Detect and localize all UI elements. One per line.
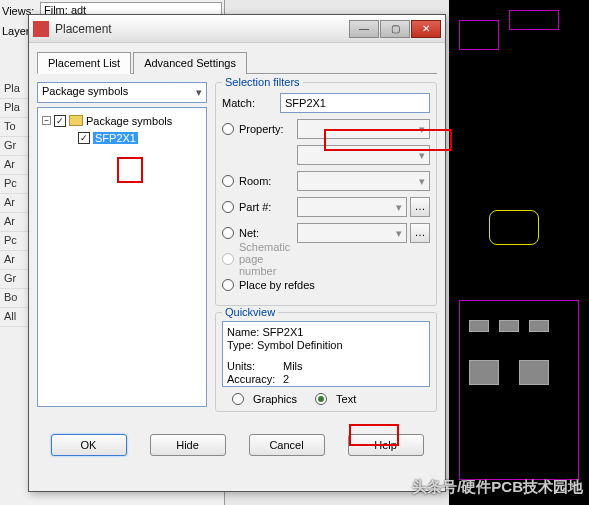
part-combo[interactable] [297, 197, 407, 217]
room-radio[interactable] [222, 175, 234, 187]
graphics-radio[interactable] [232, 393, 244, 405]
symbol-tree[interactable]: − ✓ Package symbols ✓ SFP2X1 [37, 107, 207, 407]
side-list: Pla Pla To Gr Ar Pc Ar Ar Pc Ar Gr Bo Al… [0, 80, 28, 327]
net-radio[interactable] [222, 227, 234, 239]
side-item[interactable]: All [0, 308, 28, 327]
watermark: 头条号/硬件PCB技术园地 [412, 478, 583, 497]
net-more-button[interactable]: … [410, 223, 430, 243]
side-item[interactable]: To [0, 118, 28, 137]
match-label: Match: [222, 97, 280, 109]
help-button[interactable]: Help [348, 434, 424, 456]
part-radio[interactable] [222, 201, 234, 213]
side-item[interactable]: Pla [0, 80, 28, 99]
side-item[interactable]: Gr [0, 270, 28, 289]
maximize-button[interactable]: ▢ [380, 20, 410, 38]
filters-title: Selection filters [222, 76, 303, 88]
close-button[interactable]: ✕ [411, 20, 441, 38]
side-item[interactable]: Ar [0, 194, 28, 213]
tree-root-label: Package symbols [86, 115, 172, 127]
property-combo[interactable] [297, 119, 430, 139]
side-item[interactable]: Gr [0, 137, 28, 156]
tab-bar: Placement List Advanced Settings [37, 51, 437, 74]
tree-child[interactable]: ✓ SFP2X1 [42, 129, 202, 146]
button-row: OK Hide Cancel Help [29, 426, 445, 464]
tab-advanced-settings[interactable]: Advanced Settings [133, 52, 247, 74]
refdes-label: Place by refdes [239, 279, 315, 291]
tree-checkbox[interactable]: ✓ [54, 115, 66, 127]
schematic-radio [222, 253, 234, 265]
room-label: Room: [239, 175, 297, 187]
quickview-title: Quickview [222, 306, 278, 318]
part-label: Part #: [239, 201, 297, 213]
side-item[interactable]: Ar [0, 213, 28, 232]
placement-dialog: Placement — ▢ ✕ Placement List Advanced … [28, 14, 446, 492]
match-input[interactable] [280, 93, 430, 113]
text-label: Text [336, 393, 356, 405]
side-item[interactable]: Ar [0, 251, 28, 270]
cancel-button[interactable]: Cancel [249, 434, 325, 456]
side-item[interactable]: Pc [0, 232, 28, 251]
tree-child-label: SFP2X1 [93, 132, 138, 144]
schematic-label: Schematic page number [239, 241, 297, 277]
property-value-combo[interactable] [297, 145, 430, 165]
room-combo[interactable] [297, 171, 430, 191]
side-item[interactable]: Pla [0, 99, 28, 118]
quickview-text: Name: SFP2X1 Type: Symbol Definition Uni… [222, 321, 430, 387]
pcb-canvas[interactable] [449, 0, 589, 505]
collapse-icon[interactable]: − [42, 116, 51, 125]
text-radio[interactable] [315, 393, 327, 405]
property-label: Property: [239, 123, 297, 135]
tree-checkbox[interactable]: ✓ [78, 132, 90, 144]
property-radio[interactable] [222, 123, 234, 135]
app-icon [33, 21, 49, 37]
quickview-group: Quickview Name: SFP2X1 Type: Symbol Defi… [215, 312, 437, 412]
tab-placement-list[interactable]: Placement List [37, 52, 131, 74]
hide-button[interactable]: Hide [150, 434, 226, 456]
folder-icon [69, 115, 83, 126]
part-more-button[interactable]: … [410, 197, 430, 217]
side-item[interactable]: Ar [0, 156, 28, 175]
selection-filters-group: Selection filters Match: Property: Room: [215, 82, 437, 306]
side-item[interactable]: Pc [0, 175, 28, 194]
side-item[interactable]: Bo [0, 289, 28, 308]
ok-button[interactable]: OK [51, 434, 127, 456]
net-label: Net: [239, 227, 297, 239]
graphics-label: Graphics [253, 393, 297, 405]
minimize-button[interactable]: — [349, 20, 379, 38]
net-combo[interactable] [297, 223, 407, 243]
dialog-title: Placement [55, 22, 348, 36]
titlebar[interactable]: Placement — ▢ ✕ [29, 15, 445, 43]
tree-root[interactable]: − ✓ Package symbols [42, 112, 202, 129]
symbol-type-combo[interactable]: Package symbols [37, 82, 207, 103]
refdes-radio[interactable] [222, 279, 234, 291]
